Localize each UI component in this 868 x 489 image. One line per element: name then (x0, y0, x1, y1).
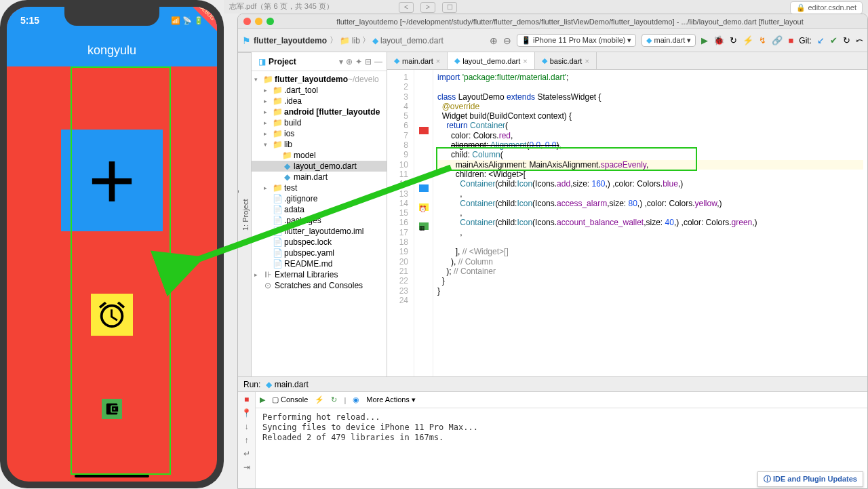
intellij-ide-window: flutter_layoutdemo [~/development/study/… (237, 14, 868, 489)
run-button[interactable]: ▶ (701, 35, 708, 45)
ide-update-notice[interactable]: ⓘ IDE and Plugin Updates (757, 471, 863, 487)
tree-item[interactable]: ▾📁flutter_layoutdemo ~/develo (252, 74, 387, 85)
browser-toolbar: < > ☐ 🔒 editor.csdn.net (393, 0, 868, 15)
close-tab-icon[interactable]: × (436, 57, 440, 65)
console-tab[interactable]: ▢ Console (272, 395, 308, 404)
debug-button[interactable]: 🐞 (713, 35, 724, 45)
project-tree[interactable]: ▾📁flutter_layoutdemo ~/develo▸📁.dart_too… (252, 71, 387, 376)
tree-item[interactable]: 📄README.md (252, 258, 387, 269)
blue-add-container: + (61, 130, 163, 231)
run-config-selector[interactable]: ◆ main.dart ▾ (642, 34, 696, 47)
select-opened-button[interactable]: ⊕ (346, 57, 353, 66)
tree-item[interactable]: ▸📁ios (252, 128, 387, 139)
gutter-marker (419, 127, 429, 134)
up-button[interactable]: ↑ (245, 435, 249, 445)
tree-item[interactable]: ▸📁test (252, 182, 387, 193)
tree-item[interactable]: ▸📁.idea (252, 96, 387, 106)
flutter-icon: ⚑ (242, 35, 251, 46)
device-selector[interactable]: 📱 iPhone 11 Pro Max (mobile) ▾ (517, 34, 636, 47)
run-side-toolbar: ■ 📍 ↓ ↑ ↵ ⇥ (238, 392, 256, 488)
editor-tab[interactable]: ◆layout_demo.dart× (448, 52, 534, 69)
scroll-end-button[interactable]: ⇥ (243, 463, 250, 472)
hot-reload-icon[interactable]: ⚡ (315, 395, 324, 404)
app-body: + (7, 66, 217, 482)
devtools-icon[interactable]: ◉ (353, 395, 359, 404)
home-indicator (75, 475, 149, 477)
nav-back-button[interactable]: < (399, 2, 414, 13)
lock-icon: 🔒 (796, 3, 806, 12)
close-tab-icon[interactable]: × (523, 57, 527, 65)
code-editor[interactable]: 123456789101112131415161718192021222324 … (387, 70, 867, 376)
collapse-button[interactable]: ⊟ (365, 57, 372, 66)
tree-item[interactable]: ◆layout_demo.dart (252, 161, 387, 172)
add-config-button[interactable]: ⊕ (490, 35, 498, 46)
tree-item[interactable]: 📄pubspec.yaml (252, 248, 387, 258)
tree-item[interactable]: ▸⊪External Libraries (252, 269, 387, 280)
down-button[interactable]: ↓ (245, 422, 249, 431)
window-title: flutter_layoutdemo [~/development/study/… (278, 18, 862, 26)
green-wallet-container (102, 399, 122, 419)
coverage-button[interactable]: ↻ (730, 35, 737, 45)
profile-button[interactable]: ⚡ (743, 35, 753, 45)
rail--project[interactable]: 1: Project (240, 52, 251, 376)
address-bar[interactable]: 🔒 editor.csdn.net (790, 1, 863, 14)
stop-run-button[interactable]: ■ (244, 395, 249, 404)
git-commit-button[interactable]: ✔ (830, 35, 837, 45)
sidebar-toggle-button[interactable]: ☐ (442, 2, 457, 13)
tree-item[interactable]: 📁model (252, 150, 387, 161)
editor-tab[interactable]: ◆basic.dart× (535, 52, 597, 69)
stop-button[interactable]: ■ (788, 35, 793, 45)
git-revert-button[interactable]: ⤺ (856, 35, 863, 45)
hot-restart-icon[interactable]: ↻ (331, 395, 337, 404)
project-panel: ◨ Project▾ ⊕ ✦ ⊟ — ▾📁flutter_layoutdemo … (252, 52, 387, 376)
breadcrumb-project[interactable]: flutter_layoutdemo (254, 36, 327, 45)
more-actions-dropdown[interactable]: More Actions ▾ (366, 395, 416, 404)
code-area[interactable]: import 'package:flutter/material.dart'; … (433, 70, 867, 376)
project-icon: ◨ (258, 57, 266, 66)
attach-button[interactable]: 🔗 (772, 35, 783, 45)
pin-button[interactable]: 📍 (241, 408, 252, 418)
tree-item[interactable]: ▸📁.dart_tool (252, 85, 387, 96)
editor-tab[interactable]: ◆main.dart× (387, 52, 448, 69)
tree-item[interactable]: 📄.gitignore (252, 193, 387, 204)
soft-wrap-button[interactable]: ↵ (243, 449, 250, 458)
git-label: Git: (799, 36, 812, 45)
close-tab-icon[interactable]: × (585, 57, 589, 65)
left-tool-rail: 1: ProjectResource ManagerLayout Capture… (238, 52, 252, 376)
app-bar: kongyulu (7, 34, 217, 66)
remove-config-button[interactable]: ⊖ (503, 35, 511, 46)
expand-all-button[interactable]: ✦ (355, 57, 362, 66)
tree-item[interactable]: ▾📁lib (252, 139, 387, 150)
tree-item[interactable]: ▸📁build (252, 117, 387, 128)
tree-item[interactable]: 📄flutter_layoutdemo.iml (252, 226, 387, 237)
console-tabs: ▶ ▢ Console ⚡ ↻ | ◉ More Actions ▾ (256, 392, 867, 408)
app-title: kongyulu (87, 43, 136, 58)
tree-item[interactable]: ▸📁android [flutter_layoutde (252, 106, 387, 117)
run-config-name[interactable]: ◆ main.dart (266, 380, 308, 389)
git-update-button[interactable]: ↙ (817, 35, 825, 45)
status-time: 5:15 (20, 15, 39, 26)
hide-panel-button[interactable]: — (374, 57, 382, 66)
run-label: Run: (243, 380, 260, 389)
hot-reload-button[interactable]: ↯ (759, 35, 766, 45)
tree-item[interactable]: 📄pubspec.lock (252, 237, 387, 248)
wallet-icon (104, 402, 119, 416)
tree-item[interactable]: 📄adata (252, 204, 387, 215)
nav-fwd-button[interactable]: > (420, 2, 435, 13)
tree-item[interactable]: 📄.packages (252, 215, 387, 226)
tree-item[interactable]: ⊙Scratches and Consoles (252, 280, 387, 291)
close-window-button[interactable] (243, 18, 251, 25)
rerun-button[interactable]: ▶ (260, 395, 265, 404)
gutter-marker (419, 184, 429, 192)
project-panel-label[interactable]: Project (269, 57, 339, 66)
rail-resource-manager[interactable]: Resource Manager (238, 52, 240, 376)
main-split: 1: ProjectResource ManagerLayout Capture… (238, 52, 867, 376)
minimize-window-button[interactable] (255, 18, 262, 25)
breadcrumb[interactable]: 〉📁 lib 〉◆ layout_demo.dart (330, 35, 443, 46)
line-gutter: 123456789101112131415161718192021222324 (387, 70, 414, 376)
zoom-window-button[interactable] (267, 18, 274, 25)
phone-screen: 5:15 📶 📡 🔋 DEBUG kongyulu + (7, 7, 217, 482)
tree-item[interactable]: ◆main.dart (252, 172, 387, 182)
git-history-button[interactable]: ↻ (843, 35, 850, 45)
gutter-markers: ⏰▦ (414, 70, 433, 376)
